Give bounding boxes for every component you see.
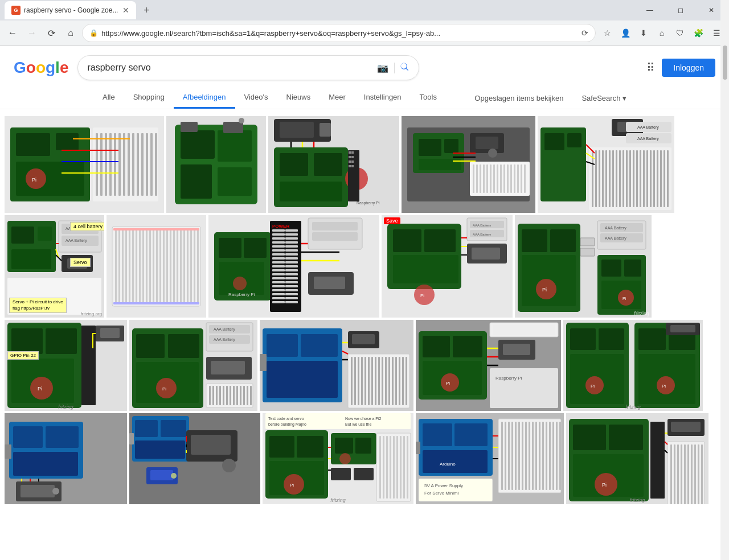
image-cell[interactable]: POWER [208,215,379,318]
tab-afbeeldingen[interactable]: Afbeeldingen [174,87,235,109]
svg-rect-271 [230,386,231,405]
bookmark-icon[interactable]: ☆ [599,25,615,41]
svg-point-59 [488,149,497,158]
tab-nieuws[interactable]: Nieuws [277,87,320,109]
tab-alle[interactable]: Alle [93,87,124,109]
svg-rect-97 [636,150,638,207]
svg-rect-26 [218,130,252,162]
svg-rect-295 [378,357,380,405]
svg-rect-296 [382,357,383,405]
image-cell[interactable]: Pi [5,116,164,213]
svg-rect-249 [100,328,120,338]
new-tab-button[interactable]: + [138,2,154,18]
svg-rect-129 [125,229,127,303]
svg-text:Pi: Pi [446,381,450,386]
svg-rect-435 [701,444,703,504]
scrollbar[interactable] [720,0,729,560]
search-box[interactable]: 📷 [77,55,419,80]
image-cell[interactable]: Arduino [416,413,564,504]
apps-grid-icon[interactable]: ⠿ [646,61,655,75]
reload-icon[interactable]: ⟳ [581,28,588,38]
image-cell[interactable] [5,413,127,504]
svg-rect-275 [243,386,245,405]
download-icon[interactable]: ⬇ [636,25,652,41]
svg-rect-316 [490,368,558,408]
image-cell[interactable]: Pi Raspberry Pi [416,320,561,411]
image-cell[interactable]: Pi [566,413,708,504]
image-cell[interactable]: Pi AAA Battery AAA Battery [515,215,652,318]
address-bar[interactable]: 🔒 https://www.google.nl/search?tbm=isch&… [82,24,596,42]
forward-button[interactable]: → [24,25,40,41]
image-cell[interactable] [107,215,206,318]
svg-rect-349 [129,433,134,444]
svg-rect-95 [629,150,631,207]
image-cell[interactable] [260,320,413,411]
fritzing-label: fritzing [330,497,346,503]
image-cell[interactable] [402,116,535,213]
maximize-button[interactable]: ◻ [667,1,694,19]
image-cell[interactable]: Pi Pi fritzing [563,320,703,411]
image-cell[interactable]: AAA Battery AAA Battery 4 cell battery b… [5,215,104,318]
extensions-icon[interactable]: 🧩 [690,25,706,41]
search-icon[interactable] [399,61,409,75]
tab-meer[interactable]: Meer [320,87,355,109]
svg-rect-346 [135,420,158,437]
fritzing-label: fritzing [630,497,645,503]
svg-rect-72 [510,164,512,193]
svg-rect-29 [181,122,198,132]
svg-point-30 [239,118,244,123]
svg-rect-395 [505,422,506,490]
account-icon[interactable]: 👤 [617,25,633,41]
browser-tab[interactable]: G raspberry servo - Google zoe... ✕ [5,1,136,19]
svg-rect-86 [599,150,600,207]
svg-rect-195 [285,293,298,295]
tab-close-button[interactable]: ✕ [122,6,129,15]
svg-rect-273 [236,386,238,405]
login-button[interactable]: Inloggen [662,59,715,77]
search-input[interactable] [87,63,372,73]
svg-rect-392 [416,442,420,454]
svg-rect-299 [392,357,394,405]
image-cell[interactable]: Pi Test code and servo before building M… [263,413,413,504]
svg-rect-76 [524,164,526,193]
image-cell[interactable] [166,116,266,213]
reload-button[interactable]: ⟳ [43,25,59,41]
scrollbar-thumb[interactable] [723,46,727,80]
tab-instellingen[interactable]: Instellingen [355,87,411,109]
svg-rect-90 [612,150,614,207]
image-cell[interactable]: Pi AAA Battery AAA Battery [129,320,257,411]
minimize-button[interactable]: — [637,1,663,19]
image-cell[interactable]: Pi AAA Battery AAA Battery [382,215,513,318]
svg-rect-338 [13,452,78,476]
tab-tools[interactable]: Tools [411,87,446,109]
image-cell[interactable]: Pi GPIO Pin 22 fritzing [5,320,127,411]
svg-rect-434 [698,444,699,504]
svg-rect-19 [155,133,157,196]
image-row-3: Pi GPIO Pin 22 fritzing [5,320,724,411]
svg-rect-208 [393,229,421,252]
header-right: ⠿ Inloggen [646,59,715,77]
svg-rect-58 [476,137,498,149]
logo-g2: g [46,59,55,77]
svg-rect-151 [113,228,199,230]
tab-shopping[interactable]: Shopping [124,87,174,109]
tab-videos[interactable]: Video's [235,87,277,109]
saved-items-link[interactable]: Opgeslagen items bekijken [465,88,572,108]
camera-search-icon[interactable]: 📷 [377,63,395,73]
image-cell[interactable]: AAA Battery AAA Battery [538,116,674,213]
home-icon[interactable]: ⌂ [654,25,670,41]
svg-rect-99 [643,150,645,207]
google-logo[interactable]: G o o g l e [14,59,68,77]
shield-icon[interactable]: 🛡 [672,25,688,41]
svg-rect-28 [223,122,243,133]
svg-rect-165 [272,249,285,252]
svg-rect-93 [622,150,624,207]
image-cell[interactable]: Pi [268,116,399,213]
svg-rect-401 [525,422,527,490]
image-cell[interactable] [129,413,260,504]
home-button[interactable]: ⌂ [63,25,79,41]
svg-rect-243 [46,328,77,354]
safesearch-button[interactable]: SafeSearch ▾ [572,88,636,108]
back-button[interactable]: ← [5,25,21,41]
svg-rect-66 [490,164,492,193]
